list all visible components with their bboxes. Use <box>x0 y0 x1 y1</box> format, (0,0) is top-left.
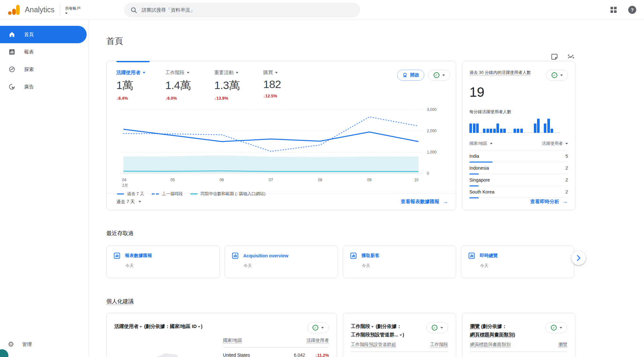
sidebar-item-advertising[interactable]: 廣告 <box>0 78 89 95</box>
metric-purchases[interactable]: 購買 182 ↓12.5% <box>263 70 312 101</box>
insights-open-label: 開啟 <box>410 72 419 78</box>
help-glyph: ? <box>631 7 634 13</box>
view-reports-snapshot-link[interactable]: 查看報表數據匯報 → <box>401 199 448 205</box>
arrow-right-icon: → <box>443 199 448 205</box>
sidebar-item-home[interactable]: 首頁 <box>0 26 87 43</box>
chevron-down-icon <box>187 72 189 74</box>
minute-bar <box>486 129 489 133</box>
svg-text:08: 08 <box>318 178 322 182</box>
insights-open-button[interactable]: 開啟 <box>397 70 424 81</box>
sidebar-item-reports[interactable]: 報表 <box>0 43 89 61</box>
recent-card-acquisition-overview[interactable]: Acquisition overview 今天 <box>225 245 338 278</box>
status-ok-pill[interactable]: ✓ <box>307 322 329 333</box>
report-icon <box>114 253 120 259</box>
recent-card-reports-snapshot[interactable]: 報表數據匯報 今天 <box>106 245 220 278</box>
table-row[interactable]: Home 1.1萬 ↑0.9% <box>470 352 567 357</box>
minute-bar <box>547 119 550 133</box>
suggestion-card-title[interactable]: 工作階段 (劃分依據： 工作階段預設管道群...) <box>351 322 404 339</box>
svg-text:3,000: 3,000 <box>427 107 437 112</box>
account-switcher[interactable]: 所有帳戶 <box>65 6 81 14</box>
search-placeholder: 請嘗試搜尋「資料串流」 <box>142 7 195 13</box>
metric-sessions[interactable]: 工作階段 1.4萬 ↓6.0% <box>165 70 214 101</box>
metric-active-users[interactable]: 活躍使用者 1萬 ↓8.4% <box>116 70 165 101</box>
time-range-selector[interactable]: 過去 7 天 <box>116 199 141 205</box>
chevron-right-icon <box>577 255 581 261</box>
svg-text:04: 04 <box>122 178 127 182</box>
sidebar-item-explore[interactable]: 探索 <box>0 61 89 78</box>
insights-icon[interactable] <box>567 53 575 61</box>
metric-header[interactable]: 瀏覽 <box>558 342 567 348</box>
chevron-down-icon <box>565 143 568 144</box>
recent-card-realtime-overview[interactable]: 即時總覽 今天 <box>461 245 574 278</box>
apps-grid-icon[interactable] <box>610 7 617 13</box>
main-content: 首頁 活躍使用者 1萬 ↓8.4% 工作階段 1.4萬 ↓6.0% <box>89 20 644 357</box>
scroll-next-button[interactable] <box>572 251 586 265</box>
report-icon <box>350 253 357 259</box>
svg-text:09: 09 <box>367 178 372 182</box>
recent-card-user-acquisition[interactable]: 獲取新客 今天 <box>343 245 456 278</box>
gear-icon: ⚙ <box>8 341 14 348</box>
sidebar-item-label: 首頁 <box>24 32 34 38</box>
bar-chart-icon <box>8 48 16 55</box>
minute-bar <box>544 124 546 133</box>
report-icon <box>232 253 238 259</box>
table-row[interactable]: Singapore 2 <box>469 174 568 186</box>
ads-click-icon <box>8 83 16 90</box>
time-range-label: 過去 7 天 <box>116 199 135 205</box>
country-value: 5 <box>565 154 568 159</box>
table-row[interactable]: Direct 5,454 ↓3.2% <box>351 352 448 357</box>
metric-key-events[interactable]: 重要活動 1.3萬 ↓13.9% <box>214 70 263 101</box>
view-realtime-link[interactable]: 查看即時分析 → <box>530 198 568 205</box>
minute-bar <box>473 124 476 133</box>
world-map <box>114 338 217 357</box>
chevron-down-icon <box>139 201 141 203</box>
realtime-metric-header[interactable]: 活躍使用者 <box>542 141 568 146</box>
status-ok-pill[interactable]: ✓ <box>428 70 450 81</box>
realtime-active-users-value: 19 <box>469 84 568 100</box>
recent-section-title: 最近存取過 <box>106 230 575 237</box>
chevron-down-icon <box>236 72 238 74</box>
table-row[interactable]: United States 6,042 ↓11.2% <box>223 348 329 357</box>
table-row[interactable]: India 5 <box>469 150 568 162</box>
chevron-down-icon <box>399 334 402 336</box>
dimension-header[interactable]: 工作階段預設管道群組 <box>351 342 396 348</box>
chevron-down-icon <box>442 74 445 76</box>
help-icon[interactable]: ? <box>628 6 636 14</box>
metric-header[interactable]: 工作階段 <box>430 342 448 348</box>
table-row[interactable]: Indonesia 2 <box>469 162 568 174</box>
users-trend-chart: 01,0002,0003,000040506070809102月 <box>114 105 449 190</box>
svg-text:2月: 2月 <box>122 183 128 188</box>
search-input[interactable]: 請嘗試搜尋「資料串流」 <box>124 3 360 17</box>
check-circle-icon: ✓ <box>434 72 439 78</box>
minute-bar <box>557 132 560 133</box>
table-row[interactable]: South Korea 2 <box>469 186 568 198</box>
sidebar-item-admin[interactable]: ⚙ 管理 <box>0 336 89 353</box>
suggestion-card-title[interactable]: 瀏覽 (劃分依據： 網頁標題與畫面類別) <box>470 322 515 339</box>
check-circle-icon: ✓ <box>312 325 318 331</box>
status-ok-pill[interactable]: ✓ <box>545 322 567 333</box>
metric-delta: ↓8.4% <box>116 96 165 101</box>
suggestion-card-title[interactable]: 活躍使用者 (劃分依據：國家/地區 ID) <box>114 322 203 331</box>
check-glyph: ✓ <box>552 326 555 330</box>
note-icon[interactable] <box>551 53 558 61</box>
svg-text:05: 05 <box>170 178 175 182</box>
check-circle-icon: ✓ <box>552 72 557 78</box>
minute-bar <box>520 129 523 133</box>
check-glyph: ✓ <box>433 326 436 330</box>
status-ok-pill[interactable]: ✓ <box>426 322 448 333</box>
dimension-header[interactable]: 網頁標題與畫面類別 <box>470 342 511 348</box>
account-switcher-label: 所有帳戶 <box>65 6 81 11</box>
country-bar <box>469 197 479 198</box>
analytics-logo[interactable]: Analytics <box>0 4 54 16</box>
dimension-header[interactable]: 國家/地區 <box>223 338 242 343</box>
metric-header[interactable]: 活躍使用者 <box>306 338 329 343</box>
realtime-dimension-header[interactable]: 國家/地區 <box>469 141 493 146</box>
chevron-down-icon <box>65 13 68 14</box>
status-ok-pill[interactable]: ✓ <box>546 70 568 81</box>
search-icon <box>131 7 137 13</box>
svg-text:1,000: 1,000 <box>427 150 437 154</box>
recent-card-subtitle: 今天 <box>362 263 449 269</box>
explore-icon <box>8 66 16 73</box>
chevron-down-icon <box>321 327 324 329</box>
minute-bar <box>537 119 540 133</box>
